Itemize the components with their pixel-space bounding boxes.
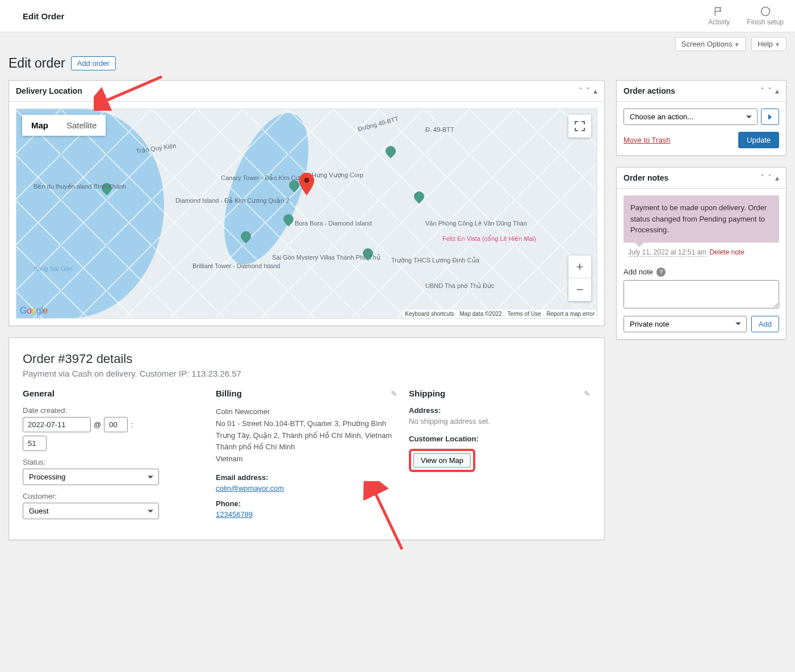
customer-label: Customer: bbox=[23, 492, 204, 500]
panel-header: Delivery Location ˄ ˅ ▴ bbox=[9, 81, 604, 102]
screen-options-button[interactable]: Screen Options▼ bbox=[675, 37, 746, 51]
finish-setup-button[interactable]: Finish setup bbox=[747, 6, 784, 26]
note-type-select[interactable]: Private note bbox=[624, 316, 747, 332]
at-symbol: @ bbox=[94, 420, 101, 429]
order-notes-panel: Order notes ˄˅▴ Payment to be made upon … bbox=[616, 167, 786, 340]
help-icon[interactable]: ? bbox=[656, 268, 666, 277]
top-bar-title: Edit Order bbox=[23, 11, 64, 21]
add-order-button[interactable]: Add order bbox=[71, 56, 116, 70]
map-shortcuts-link[interactable]: Keyboard shortcuts bbox=[405, 311, 454, 317]
map[interactable]: Bến du thuyền aland Bình Khánh Diamond I… bbox=[16, 108, 597, 319]
phone-label: Phone: bbox=[216, 499, 398, 508]
view-on-map-highlight: View on Map bbox=[409, 449, 475, 472]
minute-input[interactable] bbox=[23, 436, 47, 451]
delete-note-link[interactable]: Delete note bbox=[709, 248, 744, 256]
map-zoom-control: + − bbox=[568, 256, 591, 301]
map-pin-icon bbox=[299, 173, 315, 197]
map-fullscreen-button[interactable] bbox=[568, 115, 591, 137]
triangle-up-icon[interactable]: ▴ bbox=[775, 87, 779, 95]
circle-icon bbox=[760, 6, 771, 17]
order-details-title: Order #3972 details bbox=[23, 352, 591, 366]
map-type-satellite[interactable]: Satellite bbox=[57, 115, 106, 136]
svg-point-1 bbox=[304, 177, 309, 182]
page-title: Edit order bbox=[9, 56, 65, 71]
map-type-map[interactable]: Map bbox=[22, 115, 57, 136]
delivery-location-panel: Delivery Location ˄ ˅ ▴ bbox=[9, 80, 605, 326]
chevron-down-icon[interactable]: ˅ bbox=[768, 87, 772, 95]
email-link[interactable]: colin@wpmayor.com bbox=[216, 484, 284, 492]
billing-address: Colin Newcomer No 01 - Street No.104-BTT… bbox=[216, 406, 398, 465]
panel-toggles: ˄ ˅ ▴ bbox=[579, 87, 597, 95]
pencil-icon[interactable]: ✎ bbox=[584, 389, 591, 398]
status-select[interactable]: Processing bbox=[23, 469, 159, 485]
customer-location-label: Customer Location: bbox=[409, 435, 591, 443]
map-place-label: Feliz En Vista (cổng Lê Hiến Mai) bbox=[442, 235, 536, 243]
billing-column: Billing✎ Colin Newcomer No 01 - Street N… bbox=[216, 389, 398, 526]
chevron-down-icon: ▼ bbox=[775, 41, 780, 48]
customer-select[interactable]: Guest bbox=[23, 503, 159, 519]
order-details-panel: Order #3972 details Payment via Cash on … bbox=[9, 337, 605, 540]
add-note-button[interactable]: Add bbox=[751, 316, 779, 332]
screen-meta: Screen Options▼ Help▼ bbox=[0, 32, 795, 51]
chevron-up-icon[interactable]: ˄ bbox=[760, 174, 764, 182]
note-date: July 11, 2022 at 12:51 am bbox=[628, 248, 706, 257]
view-on-map-button[interactable]: View on Map bbox=[413, 453, 471, 468]
update-button[interactable]: Update bbox=[738, 132, 779, 148]
triangle-up-icon[interactable]: ▴ bbox=[775, 174, 779, 182]
help-button[interactable]: Help▼ bbox=[751, 37, 786, 51]
flag-icon bbox=[713, 6, 725, 17]
chevron-down-icon: ▼ bbox=[734, 41, 739, 48]
note-meta: July 11, 2022 at 12:51 am Delete note bbox=[628, 248, 779, 256]
date-input[interactable] bbox=[23, 417, 91, 432]
chevron-up-icon[interactable]: ˄ bbox=[579, 87, 583, 95]
shipping-column: Shipping✎ Address: No shipping address s… bbox=[409, 389, 591, 526]
general-heading: General bbox=[23, 389, 204, 398]
fullscreen-icon bbox=[575, 121, 585, 131]
chevron-up-icon[interactable]: ˄ bbox=[760, 87, 764, 95]
triangle-up-icon[interactable]: ▴ bbox=[593, 87, 597, 95]
pencil-icon[interactable]: ✎ bbox=[391, 389, 398, 398]
date-created-label: Date created: bbox=[23, 406, 204, 415]
move-to-trash-link[interactable]: Move to Trash bbox=[624, 136, 670, 144]
note-textarea[interactable] bbox=[624, 280, 779, 308]
add-note-label: Add note bbox=[624, 268, 653, 276]
top-bar-right: Activity Finish setup bbox=[708, 6, 784, 26]
top-bar: Edit Order Activity Finish setup bbox=[0, 0, 795, 32]
zoom-in-button[interactable]: + bbox=[568, 256, 591, 278]
map-data-text: Map data ©2022 bbox=[460, 311, 502, 317]
chevron-right-icon bbox=[767, 114, 773, 120]
order-note: Payment to be made upon delivery. Order … bbox=[624, 195, 779, 243]
address-label: Address: bbox=[409, 406, 591, 415]
svg-point-0 bbox=[761, 7, 769, 16]
general-column: General Date created: @ : bbox=[23, 389, 204, 526]
billing-heading: Billing bbox=[216, 389, 242, 398]
shipping-heading: Shipping bbox=[409, 389, 445, 398]
google-logo: Google bbox=[20, 306, 48, 316]
page-title-row: Edit order Add order bbox=[9, 56, 786, 71]
chevron-down-icon[interactable]: ˅ bbox=[586, 87, 590, 95]
map-terms-link[interactable]: Terms of Use bbox=[508, 311, 541, 317]
run-action-button[interactable] bbox=[761, 108, 779, 125]
chevron-down-icon[interactable]: ˅ bbox=[768, 174, 772, 182]
email-label: Email address: bbox=[216, 473, 398, 482]
map-type-control: Map Satellite bbox=[22, 115, 106, 136]
map-attribution: Keyboard shortcuts Map data ©2022 Terms … bbox=[403, 310, 597, 318]
map-roads bbox=[16, 109, 597, 318]
panel-title: Order actions bbox=[624, 86, 675, 95]
panel-title: Delivery Location bbox=[16, 86, 82, 95]
panel-title: Order notes bbox=[624, 173, 668, 182]
status-label: Status: bbox=[23, 458, 204, 466]
hour-input[interactable] bbox=[104, 417, 128, 432]
colon-symbol: : bbox=[131, 420, 133, 429]
order-details-subtitle: Payment via Cash on delivery. Customer I… bbox=[23, 369, 591, 378]
map-report-link[interactable]: Report a map error bbox=[547, 311, 595, 317]
phone-link[interactable]: 123456789 bbox=[216, 510, 253, 519]
action-select[interactable]: Choose an action... bbox=[624, 108, 758, 125]
no-shipping-text: No shipping address set. bbox=[409, 417, 591, 425]
order-actions-panel: Order actions ˄˅▴ Choose an action... Mo… bbox=[616, 80, 786, 156]
activity-button[interactable]: Activity bbox=[708, 6, 730, 26]
zoom-out-button[interactable]: − bbox=[568, 278, 591, 301]
